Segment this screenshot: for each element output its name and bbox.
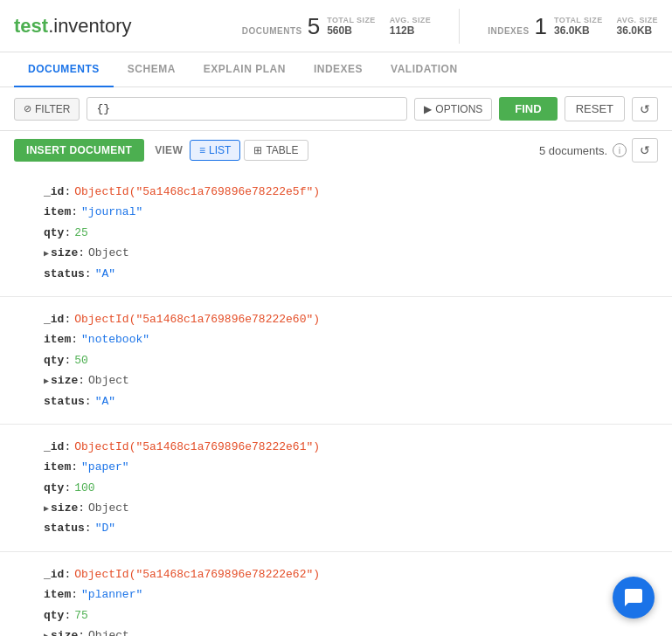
doc-avg-size: AVG. SIZE 112B [390,16,431,37]
reset-button[interactable]: RESET [565,96,625,121]
field-item: item: "notebook" [44,329,655,349]
list-icon: ≡ [199,144,205,156]
idx-avg-size-val: 36.0KB [617,24,658,37]
documents-size-row: TOTAL SIZE 560B AVG. SIZE 112B [327,16,431,37]
field-item: item: "journal" [44,202,655,222]
indexes-count: 1 [535,15,547,38]
list-view-button[interactable]: ≡ LIST [190,140,240,161]
table-row: _id: ObjectId("5a1468c1a769896e78222e60"… [0,297,672,425]
documents-label: DOCUMENTS [242,26,302,36]
list-label: LIST [209,144,231,156]
header-divider [459,9,460,44]
field-qty: qty: 100 [44,478,655,498]
filter-button[interactable]: ⊘ FILTER [14,98,80,121]
table-row: _id: ObjectId("5a1468c1a769896e78222e61"… [0,425,672,552]
table-icon: ⊞ [253,144,262,156]
refresh-button[interactable]: ↺ [632,97,658,121]
field-id: _id: ObjectId("5a1468c1a769896e78222e5f"… [44,182,655,202]
tab-explain-plan[interactable]: EXPLAIN PLAN [190,52,300,87]
doc-count-area: 5 documents. i ↺ [539,138,658,162]
app-header: test.inventory DOCUMENTS 5 TOTAL SIZE 56… [0,0,672,52]
doc-avg-size-label: AVG. SIZE [390,16,431,24]
tab-validation[interactable]: VALIDATION [377,52,472,87]
documents-stat-group: DOCUMENTS 5 TOTAL SIZE 560B AVG. SIZE 11… [242,15,431,38]
field-status: status: "A" [44,264,655,284]
query-input[interactable] [87,97,407,121]
app-logo: test.inventory [14,15,132,38]
field-size: ▶ size: Object [44,370,655,391]
secondary-toolbar: INSERT DOCUMENT VIEW ≡ LIST ⊞ TABLE 5 do… [0,131,672,169]
table-row: _id: ObjectId("5a1468c1a769896e78222e5f"… [0,169,672,297]
expand-arrow[interactable]: ▶ [44,246,49,262]
field-id: _id: ObjectId("5a1468c1a769896e78222e62"… [44,564,655,584]
idx-total-size-val: 36.0KB [554,24,603,37]
table-view-button[interactable]: ⊞ TABLE [244,140,308,161]
table-label: TABLE [266,144,298,156]
doc-list-refresh-button[interactable]: ↺ [632,138,658,162]
field-qty: qty: 50 [44,350,655,370]
doc-total-size: TOTAL SIZE 560B [327,16,376,37]
tab-indexes[interactable]: INDEXES [300,52,377,87]
left-controls: INSERT DOCUMENT VIEW ≡ LIST ⊞ TABLE [14,139,308,162]
field-status: status: "A" [44,391,655,411]
indexes-size-row: TOTAL SIZE 36.0KB AVG. SIZE 36.0KB [554,16,658,37]
documents-count: 5 [308,15,320,38]
idx-avg-size: AVG. SIZE 36.0KB [617,16,658,37]
options-arrow-icon: ▶ [424,103,432,115]
options-label: OPTIONS [435,103,482,115]
query-toolbar: ⊘ FILTER ▶ OPTIONS FIND RESET ↺ [0,87,672,131]
logo-prefix: test [14,15,48,37]
indexes-stat-group: INDEXES 1 TOTAL SIZE 36.0KB AVG. SIZE 36… [488,15,658,38]
tab-schema[interactable]: SCHEMA [114,52,190,87]
filter-label: FILTER [35,103,70,115]
expand-arrow[interactable]: ▶ [44,629,49,636]
documents-list: _id: ObjectId("5a1468c1a769896e78222e5f"… [0,169,672,636]
idx-avg-size-label: AVG. SIZE [617,16,658,24]
tab-bar: DOCUMENTS SCHEMA EXPLAIN PLAN INDEXES VA… [0,52,672,87]
idx-total-size: TOTAL SIZE 36.0KB [554,16,603,37]
indexes-sub-stats: TOTAL SIZE 36.0KB AVG. SIZE 36.0KB [554,16,658,37]
field-size: ▶ size: Object [44,498,655,518]
logo-suffix: .inventory [48,15,131,37]
view-controls: VIEW ≡ LIST ⊞ TABLE [155,140,308,161]
header-stats: DOCUMENTS 5 TOTAL SIZE 560B AVG. SIZE 11… [242,9,658,44]
field-qty: qty: 75 [44,605,655,626]
field-id: _id: ObjectId("5a1468c1a769896e78222e60"… [44,309,655,329]
field-qty: qty: 25 [44,223,655,243]
options-button[interactable]: ▶ OPTIONS [414,98,492,121]
field-id: _id: ObjectId("5a1468c1a769896e78222e61"… [44,437,655,457]
doc-total-size-val: 560B [327,24,376,37]
documents-sub-stats: TOTAL SIZE 560B AVG. SIZE 112B [327,16,431,37]
indexes-label: INDEXES [488,26,529,36]
field-size: ▶ size: Object [44,626,655,636]
field-status: status: "D" [44,518,655,538]
tab-documents[interactable]: DOCUMENTS [14,52,114,87]
insert-document-button[interactable]: INSERT DOCUMENT [14,139,144,162]
idx-total-size-label: TOTAL SIZE [554,16,603,24]
chat-button[interactable] [613,577,655,619]
field-item: item: "paper" [44,457,655,477]
view-label: VIEW [155,144,183,156]
indexes-count-area: INDEXES 1 [488,15,547,38]
expand-arrow[interactable]: ▶ [44,374,49,390]
table-row: _id: ObjectId("5a1468c1a769896e78222e62"… [0,552,672,636]
info-icon[interactable]: i [613,143,627,157]
chat-icon [623,587,644,608]
field-item: item: "planner" [44,584,655,605]
filter-icon: ⊘ [24,103,31,114]
doc-avg-size-val: 112B [390,24,431,37]
doc-count-text: 5 documents. [539,144,607,157]
find-button[interactable]: FIND [499,97,557,121]
expand-arrow[interactable]: ▶ [44,501,49,517]
doc-total-size-label: TOTAL SIZE [327,16,376,24]
documents-count-area: DOCUMENTS 5 [242,15,320,38]
field-size: ▶ size: Object [44,243,655,263]
